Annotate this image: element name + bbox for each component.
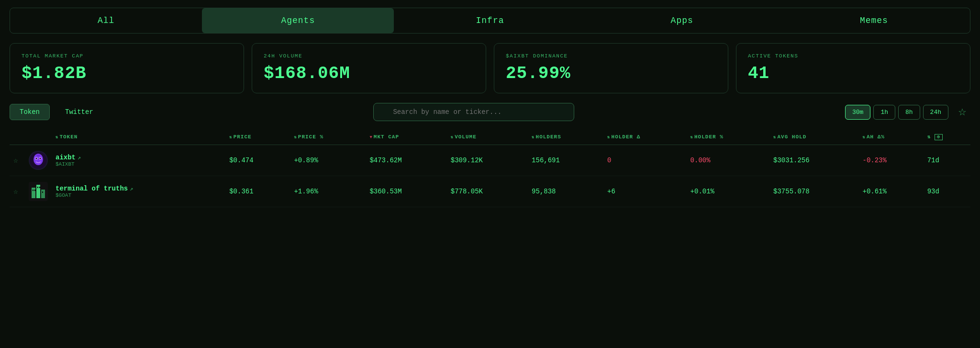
th-avatar [25, 129, 52, 145]
th-price--[interactable]: ⇅PRICE % [290, 129, 366, 145]
time-btn-8h[interactable]: 8h [898, 105, 920, 120]
time-btn-24h[interactable]: 24h [923, 105, 948, 120]
row-star[interactable]: ☆ [10, 176, 25, 207]
row-price: $0.361 [225, 176, 290, 207]
stat-value: $168.06M [264, 64, 474, 83]
row-holder-pct: 0.00% [687, 145, 769, 176]
row-ah-delta: -0.23% [859, 145, 924, 176]
table-row[interactable]: ☆ aixbt↗ $AIXBT $0.474+0.89%$473.62M$309… [10, 145, 970, 176]
row-avg-hold: $3755.078 [769, 176, 858, 207]
favorites-button[interactable]: ☆ [954, 104, 970, 120]
stat-card: ACTIVE TOKENS 41 [736, 43, 970, 93]
svg-rect-8 [32, 188, 35, 198]
token-filter-button[interactable]: Token [10, 104, 50, 120]
row-holders: 156,691 [528, 145, 603, 176]
row-volume: $778.05K [447, 176, 528, 207]
row-avatar [25, 145, 52, 176]
external-link-icon[interactable]: ↗ [130, 186, 133, 192]
row-price: $0.474 [225, 145, 290, 176]
row-ah-delta: +0.61% [859, 176, 924, 207]
th-mkt-cap[interactable]: ▼MKT CAP [366, 129, 446, 145]
nav-tab-all[interactable]: All [10, 8, 202, 33]
stat-label: $AIXBT DOMINANCE [506, 53, 716, 59]
nav-tab-agents[interactable]: Agents [202, 8, 394, 33]
external-link-icon[interactable]: ↗ [78, 155, 81, 161]
row-avatar [25, 176, 52, 207]
row-price-pct: +1.96% [290, 176, 366, 207]
th-volume[interactable]: ⇅VOLUME [447, 129, 528, 145]
th-avg-hold[interactable]: ⇅AVG HOLD [769, 129, 858, 145]
twitter-filter-button[interactable]: Twitter [56, 104, 103, 120]
row-mkt-cap: $360.53M [366, 176, 446, 207]
stat-value: 25.99% [506, 64, 716, 83]
row-token-name: aixbt↗ $AIXBT [52, 145, 225, 176]
stat-value: $1.82B [22, 64, 232, 83]
stat-value: 41 [748, 64, 958, 83]
table-row[interactable]: ☆ terminal of truths↗ $GOAT $0.361+1.96%… [10, 176, 970, 207]
stats-section: TOTAL MARKET CAP $1.82B 24H VOLUME $168.… [0, 43, 980, 93]
stat-label: 24H VOLUME [264, 53, 474, 59]
time-filter-group: 30m1h8h24h [845, 105, 948, 120]
row-avg-hold: $3031.256 [769, 145, 858, 176]
stat-card: TOTAL MARKET CAP $1.82B [10, 43, 244, 93]
search-input[interactable] [373, 103, 574, 121]
svg-point-6 [36, 155, 40, 157]
filter-row: Token Twitter ⌕ 30m1h8h24h ☆ [10, 103, 970, 121]
token-table: ⇅TOKEN⇅PRICE⇅PRICE %▼MKT CAP⇅VOLUME⇅HOLD… [10, 129, 970, 207]
svg-rect-12 [34, 190, 35, 191]
svg-rect-15 [42, 191, 43, 193]
th-ah---[interactable]: ⇅AH Δ% [859, 129, 924, 145]
nav-tab-apps[interactable]: Apps [586, 8, 778, 33]
svg-rect-13 [37, 187, 38, 188]
stat-label: ACTIVE TOKENS [748, 53, 958, 59]
stat-card: 24H VOLUME $168.06M [252, 43, 486, 93]
time-btn-30m[interactable]: 30m [845, 105, 870, 120]
th-holder--[interactable]: ⇅HOLDER Δ [603, 129, 686, 145]
th-holders[interactable]: ⇅HOLDERS [528, 129, 603, 145]
row-holders: 95,838 [528, 176, 603, 207]
row-star[interactable]: ☆ [10, 145, 25, 176]
th-price[interactable]: ⇅PRICE [225, 129, 290, 145]
th-holder--[interactable]: ⇅HOLDER % [687, 129, 769, 145]
row-holder-pct: +0.01% [687, 176, 769, 207]
svg-point-4 [36, 158, 37, 159]
row-age: 93d [924, 176, 970, 207]
row-holder-delta: +6 [603, 176, 686, 207]
stat-label: TOTAL MARKET CAP [22, 53, 232, 59]
svg-rect-11 [33, 190, 33, 191]
nav-tab-infra[interactable]: Infra [394, 8, 586, 33]
svg-rect-14 [39, 187, 40, 188]
row-volume: $309.12K [447, 145, 528, 176]
nav-tabs: AllAgentsInfraAppsMemes [0, 8, 980, 34]
th--[interactable]: ⇅ ⊕ [924, 129, 970, 145]
row-mkt-cap: $473.62M [366, 145, 446, 176]
svg-point-5 [40, 158, 41, 159]
nav-tab-memes[interactable]: Memes [778, 8, 970, 33]
th-star [10, 129, 25, 145]
time-btn-1h[interactable]: 1h [873, 105, 895, 120]
row-price-pct: +0.89% [290, 145, 366, 176]
token-table-wrap: ⇅TOKEN⇅PRICE⇅PRICE %▼MKT CAP⇅VOLUME⇅HOLD… [10, 129, 970, 207]
row-holder-delta: 0 [603, 145, 686, 176]
th-token[interactable]: ⇅TOKEN [52, 129, 225, 145]
row-age: 71d [924, 145, 970, 176]
svg-rect-10 [41, 190, 45, 198]
row-token-name: terminal of truths↗ $GOAT [52, 176, 225, 207]
stat-card: $AIXBT DOMINANCE 25.99% [494, 43, 728, 93]
